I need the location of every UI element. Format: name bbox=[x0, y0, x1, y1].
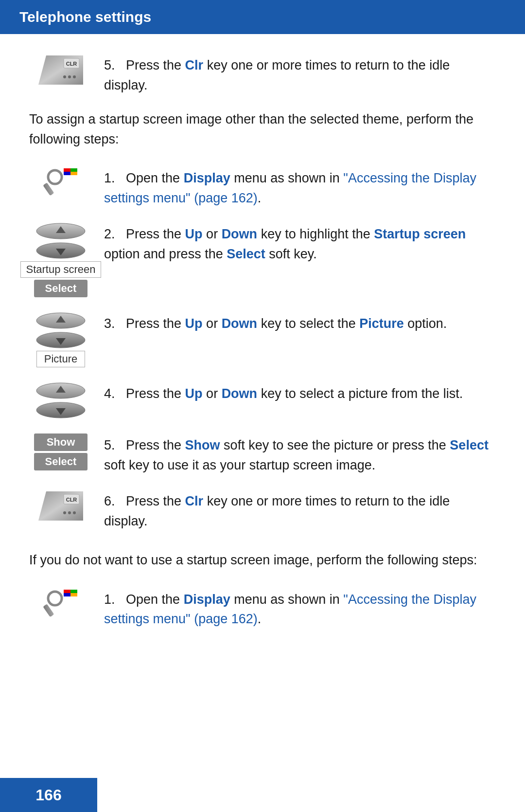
step-top-text-before: Press the bbox=[126, 58, 185, 72]
sec2-display-icon bbox=[41, 588, 80, 618]
svg-text:CLR: CLR bbox=[66, 61, 77, 67]
step1-open: Open the bbox=[126, 171, 184, 185]
step3-picture: Picture bbox=[359, 316, 404, 331]
step5-row: Show Select 5. Press the Show soft key t… bbox=[29, 433, 496, 475]
svg-point-3 bbox=[68, 75, 71, 78]
step-top-number: 5. bbox=[104, 58, 122, 72]
svg-rect-9 bbox=[70, 168, 77, 172]
svg-point-28 bbox=[73, 511, 76, 514]
step5-text1: soft key to see the picture or press the bbox=[220, 438, 450, 452]
step3-row: Picture 3. Press the Up or Down key to s… bbox=[29, 312, 496, 367]
step2-icon-col: Startup screen Select bbox=[29, 222, 92, 297]
nav-key-group-2: Startup screen Select bbox=[32, 222, 90, 297]
sec2-step1-row: 1. Open the Display menu as shown in "Ac… bbox=[29, 588, 496, 629]
sec2-step1-menu: menu as shown in bbox=[230, 592, 344, 607]
down-key-icon-4 bbox=[34, 401, 88, 419]
show-softkey[interactable]: Show bbox=[34, 433, 88, 451]
down-key-icon-3 bbox=[34, 331, 88, 349]
clr-key-icon-2: CLR bbox=[36, 489, 85, 523]
picture-label: Picture bbox=[36, 351, 85, 367]
step2-highlight: key to highlight the bbox=[257, 227, 374, 241]
sec2-step1-text: 1. Open the Display menu as shown in "Ac… bbox=[104, 588, 496, 629]
step4-text: 4. Press the Up or Down key to select a … bbox=[104, 382, 496, 404]
step-top-bold1: Clr bbox=[185, 58, 204, 72]
select-softkey-2[interactable]: Select bbox=[34, 453, 88, 470]
svg-point-7 bbox=[48, 170, 62, 184]
step3-down: Down bbox=[222, 316, 258, 331]
up-key-icon-3 bbox=[34, 312, 88, 329]
step4-icon-col bbox=[29, 382, 92, 419]
svg-point-27 bbox=[68, 511, 71, 514]
step5-press: Press the bbox=[126, 438, 185, 452]
step3-option: option. bbox=[404, 316, 447, 331]
step3-icon-col: Picture bbox=[29, 312, 92, 367]
step5-select: Select bbox=[450, 438, 489, 452]
step2-up: Up bbox=[185, 227, 203, 241]
svg-rect-8 bbox=[64, 168, 70, 172]
step5-show: Show bbox=[185, 438, 220, 452]
step1-menu-text: menu as shown in bbox=[230, 171, 344, 185]
step2-option: option and press the bbox=[104, 247, 227, 261]
step4-row: 4. Press the Up or Down key to select a … bbox=[29, 382, 496, 419]
nav-key-group-3: Picture bbox=[32, 312, 90, 367]
step5-icon-col: Show Select bbox=[29, 433, 92, 470]
up-key-icon bbox=[34, 222, 88, 240]
down-key-icon bbox=[34, 242, 88, 259]
svg-point-5 bbox=[63, 75, 66, 78]
sec2-step1-period: . bbox=[258, 612, 262, 626]
step5-number: 5. bbox=[104, 438, 122, 452]
svg-rect-33 bbox=[70, 590, 77, 593]
step6-row: CLR 6. Press the Clr key one or more tim… bbox=[29, 489, 496, 531]
step4-press: Press the bbox=[126, 386, 185, 401]
step6-text: 6. Press the Clr key one or more times t… bbox=[104, 489, 496, 531]
page-number: 166 bbox=[35, 786, 61, 804]
step-top-row: CLR 5. Press the Clr key one or more tim… bbox=[29, 54, 496, 95]
clr-icon-col: CLR bbox=[29, 54, 92, 87]
step4-down: Down bbox=[222, 386, 258, 401]
step3-number: 3. bbox=[104, 316, 122, 331]
step1-display-bold: Display bbox=[184, 171, 230, 185]
step2-startup: Startup screen bbox=[374, 227, 466, 241]
svg-point-4 bbox=[73, 75, 76, 78]
svg-rect-35 bbox=[70, 593, 77, 596]
up-key-icon-4 bbox=[34, 382, 88, 399]
step3-text: 3. Press the Up or Down key to select th… bbox=[104, 312, 496, 334]
display-icon-col bbox=[29, 166, 92, 197]
sec2-step1-number: 1. bbox=[104, 592, 122, 607]
step4-rest: key to select a picture from the list. bbox=[257, 386, 463, 401]
step6-icon-col: CLR bbox=[29, 489, 92, 523]
step1-text: 1. Open the Display menu as shown in "Ac… bbox=[104, 166, 496, 208]
step4-or: or bbox=[203, 386, 222, 401]
step2-or1: or bbox=[203, 227, 222, 241]
page-footer: 166 bbox=[0, 778, 97, 812]
step3-or: or bbox=[203, 316, 222, 331]
step6-number: 6. bbox=[104, 494, 122, 508]
step6-clr: Clr bbox=[185, 494, 204, 508]
sec2-step1-open: Open the bbox=[126, 592, 184, 607]
step3-up: Up bbox=[185, 316, 203, 331]
select-softkey-1[interactable]: Select bbox=[34, 280, 88, 297]
svg-rect-11 bbox=[70, 172, 77, 175]
intro-paragraph-2: If you do not want to use a startup scre… bbox=[29, 550, 496, 570]
step4-number: 4. bbox=[104, 386, 122, 401]
sec2-step1-display: Display bbox=[184, 592, 230, 607]
step3-select: key to select the bbox=[257, 316, 359, 331]
step6-press: Press the bbox=[126, 494, 185, 508]
svg-rect-10 bbox=[64, 172, 70, 175]
svg-text:CLR: CLR bbox=[66, 497, 77, 503]
step1-period: . bbox=[258, 191, 262, 205]
svg-rect-34 bbox=[64, 593, 70, 596]
step2-number: 2. bbox=[104, 227, 122, 241]
nav-key-group-4 bbox=[32, 382, 90, 419]
step2-select: Select bbox=[227, 247, 265, 261]
step1-number: 1. bbox=[104, 171, 122, 185]
startup-screen-label: Startup screen bbox=[20, 261, 101, 278]
svg-rect-32 bbox=[64, 590, 70, 593]
header-title: Telephone settings bbox=[19, 9, 151, 25]
sec2-display-icon-col bbox=[29, 588, 92, 618]
step1-row: 1. Open the Display menu as shown in "Ac… bbox=[29, 166, 496, 208]
step4-up: Up bbox=[185, 386, 203, 401]
svg-point-31 bbox=[48, 592, 62, 605]
step5-text2: soft key to use it as your startup scree… bbox=[104, 458, 375, 472]
step2-row: Startup screen Select 2. Press the Up or… bbox=[29, 222, 496, 297]
